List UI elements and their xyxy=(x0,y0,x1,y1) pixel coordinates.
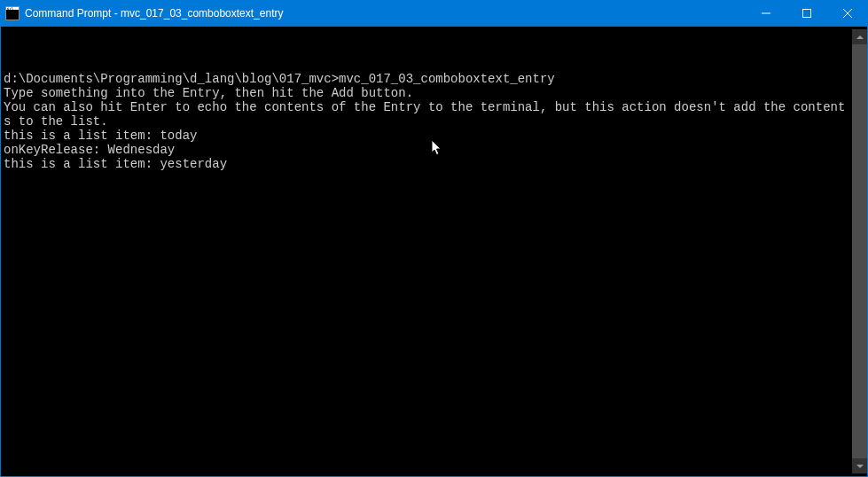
scroll-down-button[interactable] xyxy=(852,458,867,473)
svg-rect-1 xyxy=(803,10,811,18)
maximize-icon xyxy=(802,9,811,18)
close-icon xyxy=(843,9,852,18)
chevron-up-icon xyxy=(856,35,864,39)
titlebar[interactable]: Command Prompt - mvc_017_03_comboboxtext… xyxy=(0,0,868,27)
titlebar-controls xyxy=(746,0,868,27)
command-prompt-window: Command Prompt - mvc_017_03_comboboxtext… xyxy=(0,0,868,477)
scroll-up-button[interactable] xyxy=(852,29,867,44)
terminal-line: Type something into the Entry, then hit … xyxy=(4,86,852,100)
svg-marker-4 xyxy=(856,35,864,39)
minimize-icon xyxy=(762,9,770,18)
close-button[interactable] xyxy=(827,0,868,27)
scrollbar-track[interactable] xyxy=(852,44,867,458)
terminal-line: d:\Documents\Programming\d_lang\blog\017… xyxy=(4,72,852,86)
window-title: Command Prompt - mvc_017_03_comboboxtext… xyxy=(25,7,746,20)
scrollbar-thumb[interactable] xyxy=(852,44,867,458)
svg-marker-5 xyxy=(856,465,864,468)
terminal-area[interactable]: d:\Documents\Programming\d_lang\blog\017… xyxy=(1,27,867,476)
content-wrapper: d:\Documents\Programming\d_lang\blog\017… xyxy=(0,27,868,477)
command-prompt-icon xyxy=(5,6,20,20)
terminal-line: this is a list item: yesterday xyxy=(4,157,852,171)
maximize-button[interactable] xyxy=(786,0,827,27)
terminal-line: You can also hit Enter to echo the conte… xyxy=(4,100,852,129)
terminal-output: d:\Documents\Programming\d_lang\blog\017… xyxy=(4,29,852,473)
terminal-line: this is a list item: today xyxy=(4,129,852,143)
minimize-button[interactable] xyxy=(746,0,786,27)
terminal-line xyxy=(4,58,852,72)
chevron-down-icon xyxy=(856,465,864,468)
vertical-scrollbar[interactable] xyxy=(852,29,867,473)
terminal-line: onKeyRelease: Wednesday xyxy=(4,143,852,157)
